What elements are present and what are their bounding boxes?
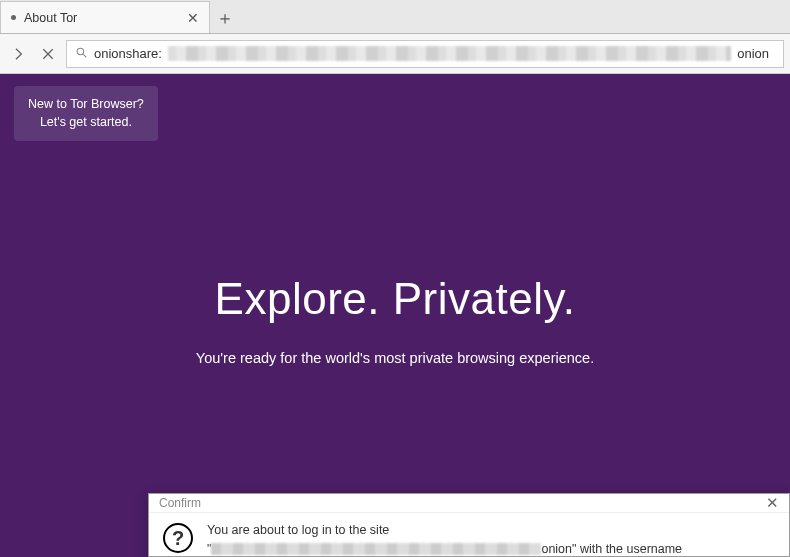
svg-point-2 xyxy=(77,48,84,55)
toolbar: onionshare: onion xyxy=(0,34,790,74)
page-content: New to Tor Browser? Let's get started. E… xyxy=(0,74,790,557)
svg-line-3 xyxy=(83,54,86,57)
url-redacted xyxy=(168,46,731,61)
tab-favicon xyxy=(11,15,16,20)
tab-about-tor[interactable]: About Tor ✕ xyxy=(0,1,210,33)
dialog-body: ? You are about to log in to the site "o… xyxy=(149,513,789,557)
tab-title: About Tor xyxy=(24,11,77,25)
site-redacted xyxy=(211,543,541,555)
hero-title: Explore. Privately. xyxy=(0,274,790,324)
url-suffix: onion xyxy=(737,46,775,61)
stop-button[interactable] xyxy=(36,42,60,66)
url-bar[interactable]: onionshare: onion xyxy=(66,40,784,68)
dialog-header: Confirm ✕ xyxy=(149,494,789,513)
tooltip-line2: Let's get started. xyxy=(28,114,144,132)
dialog-line1: You are about to log in to the site xyxy=(207,521,775,540)
onboarding-tooltip[interactable]: New to Tor Browser? Let's get started. xyxy=(14,86,158,141)
hero-subtitle: You're ready for the world's most privat… xyxy=(0,350,790,366)
dialog-message: You are about to log in to the site "oni… xyxy=(207,521,775,557)
confirm-dialog: Confirm ✕ ? You are about to log in to t… xyxy=(148,493,790,557)
dialog-line2: "onion" with the username xyxy=(207,540,775,557)
hero: Explore. Privately. You're ready for the… xyxy=(0,274,790,366)
tooltip-line1: New to Tor Browser? xyxy=(28,96,144,114)
forward-button[interactable] xyxy=(6,42,30,66)
dialog-line2-suffix: onion" with the username xyxy=(541,542,682,556)
close-icon[interactable]: ✕ xyxy=(766,494,779,512)
new-tab-button[interactable]: ＋ xyxy=(210,3,240,33)
url-prefix: onionshare: xyxy=(94,46,162,61)
close-tab-icon[interactable]: ✕ xyxy=(187,10,199,26)
search-icon xyxy=(75,46,88,62)
tab-bar: About Tor ✕ ＋ xyxy=(0,0,790,34)
question-icon: ? xyxy=(163,523,193,553)
dialog-title: Confirm xyxy=(159,496,201,510)
